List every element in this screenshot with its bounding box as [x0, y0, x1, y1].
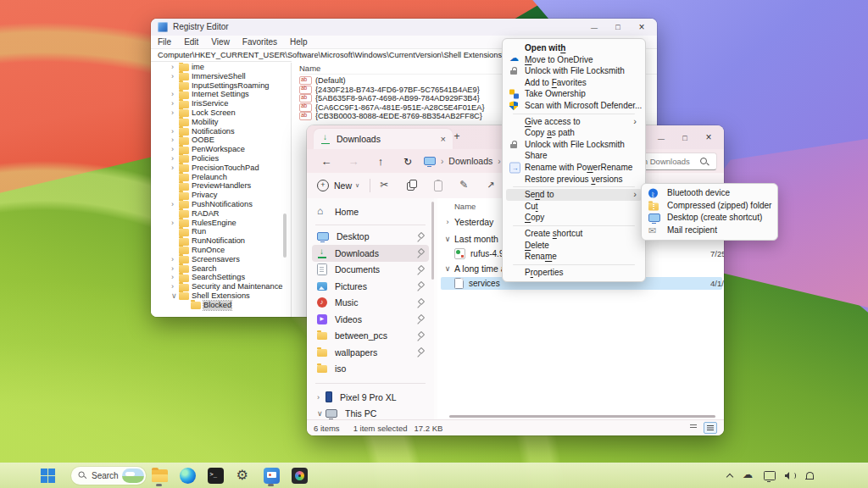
toolbar-icon[interactable] [484, 179, 498, 192]
registry-key-row[interactable]: › Internet Settings [151, 90, 291, 99]
expand-arrow-icon[interactable]: › [171, 164, 179, 173]
toolbar-icon[interactable] [405, 179, 419, 192]
maximize-button[interactable] [673, 125, 697, 150]
registry-key-row[interactable]: Blocked [151, 301, 291, 310]
expand-arrow-icon[interactable]: › [171, 63, 179, 72]
menubar-item[interactable]: File [158, 37, 171, 47]
send-to-item[interactable]: Bluetooth device [642, 187, 777, 200]
registry-key-row[interactable]: › ImmersiveShell [151, 72, 291, 81]
sidebar-item[interactable]: iso [312, 361, 429, 378]
context-menu-item[interactable]: Open with [506, 42, 642, 54]
weather-widget-icon[interactable] [122, 469, 144, 483]
registry-key-row[interactable]: ∨ Shell Extensions [151, 291, 291, 301]
nav-icon[interactable] [344, 153, 363, 169]
registry-key-row[interactable]: › PushNotifications [151, 200, 291, 209]
context-menu-item[interactable] [513, 225, 635, 226]
registry-key-row[interactable]: PreviewHandlers [151, 181, 291, 191]
toolbar-icon[interactable] [379, 179, 392, 192]
registry-key-row[interactable]: › ime [151, 63, 291, 72]
menubar-item[interactable]: Edit [184, 37, 198, 47]
explorer-tab[interactable]: Downloads × [314, 129, 453, 149]
context-menu-item[interactable]: Properties [506, 267, 642, 279]
context-menu-item[interactable]: Send to [506, 189, 642, 201]
registry-key-row[interactable]: › Lock Screen [151, 108, 291, 118]
tray-icon[interactable] [726, 473, 733, 480]
taskbar-app-button[interactable] [233, 465, 253, 487]
send-to-item[interactable]: Compressed (zipped) folder [642, 200, 777, 213]
tray-icon[interactable] [764, 471, 776, 480]
expand-chevron-icon[interactable]: › [317, 393, 326, 402]
group-chevron-icon[interactable]: ∨ [442, 264, 453, 273]
expand-arrow-icon[interactable]: ∨ [171, 291, 179, 301]
registry-key-row[interactable]: RunOnce [151, 246, 291, 255]
taskbar-app-button[interactable] [205, 465, 225, 487]
registry-key-row[interactable]: › IrisService [151, 99, 291, 108]
expand-arrow-icon[interactable]: › [171, 127, 179, 136]
context-menu-item[interactable]: Delete [506, 240, 642, 252]
sidebar-device-item[interactable]: ∨ This PC [312, 406, 429, 421]
expand-chevron-icon[interactable]: ∨ [317, 409, 326, 418]
registry-titlebar[interactable]: Registry Editor [151, 19, 657, 36]
name-column-header[interactable]: Name [454, 202, 476, 211]
breadcrumb[interactable]: › Downloads › [424, 156, 506, 166]
tray-icon[interactable] [785, 472, 796, 480]
minimize-button[interactable] [582, 19, 606, 36]
sidebar-scrollbar[interactable] [431, 202, 434, 280]
registry-key-row[interactable]: RADAR [151, 209, 291, 219]
sidebar-item[interactable]: Desktop [312, 229, 429, 246]
expand-arrow-icon[interactable]: › [171, 255, 179, 264]
context-menu-item[interactable]: Give access to [506, 116, 642, 128]
context-menu-item[interactable] [513, 114, 635, 114]
group-chevron-icon[interactable]: ∨ [442, 235, 453, 243]
toolbar-icon[interactable] [458, 179, 471, 192]
context-menu-item[interactable]: Unlock with File Locksmith [506, 139, 642, 151]
details-view-button[interactable] [704, 422, 717, 434]
tab-close-icon[interactable]: × [441, 134, 446, 144]
send-to-item[interactable]: Desktop (create shortcut) [642, 212, 777, 225]
registry-key-row[interactable]: › Search [151, 264, 291, 274]
registry-key-row[interactable]: › SearchSettings [151, 273, 291, 282]
sidebar-item[interactable]: Videos [312, 311, 429, 328]
expand-arrow-icon[interactable]: › [171, 90, 179, 99]
context-menu-item[interactable]: Unlock with File Locksmith [506, 65, 642, 77]
sidebar-item[interactable]: Pictures [312, 278, 429, 295]
registry-key-row[interactable]: › PrecisionTouchPad [151, 164, 291, 173]
context-menu-item[interactable]: Scan with Microsoft Defender... [506, 100, 642, 112]
breadcrumb-label[interactable]: Downloads [448, 156, 492, 166]
nav-icon[interactable] [317, 153, 336, 169]
registry-key-row[interactable]: › Screensavers [151, 255, 291, 264]
context-menu-item[interactable] [513, 186, 635, 187]
start-button[interactable] [41, 469, 55, 483]
maximize-button[interactable] [606, 19, 630, 36]
close-button[interactable] [630, 19, 654, 36]
registry-key-row[interactable]: Mobility [151, 118, 291, 127]
expand-arrow-icon[interactable]: › [171, 219, 179, 228]
list-view-button[interactable] [687, 422, 699, 432]
nav-icon[interactable] [371, 153, 390, 169]
horizontal-scrollbar[interactable] [449, 415, 715, 418]
expand-arrow-icon[interactable]: › [171, 264, 179, 274]
new-tab-button[interactable]: + [449, 130, 465, 142]
new-button[interactable]: + New ∨ [317, 180, 359, 191]
taskbar-app-button[interactable] [177, 465, 198, 487]
sidebar-item[interactable]: Downloads [312, 245, 429, 262]
expand-arrow-icon[interactable]: › [171, 282, 179, 291]
registry-key-row[interactable]: RunNotification [151, 236, 291, 246]
close-button[interactable] [697, 125, 721, 150]
registry-key-row[interactable]: Privacy [151, 191, 291, 200]
taskbar-app-button[interactable] [261, 465, 281, 487]
sidebar-device-item[interactable]: › Pixel 9 Pro XL [312, 389, 429, 406]
tree-scrollbar[interactable] [283, 214, 287, 258]
menubar-item[interactable]: Favorites [242, 37, 277, 47]
minimize-button[interactable] [649, 125, 673, 150]
sidebar-item[interactable]: Home [312, 203, 429, 220]
registry-key-row[interactable]: › Notifications [151, 127, 291, 136]
registry-key-row[interactable]: InputSettingsRoaming [151, 81, 291, 91]
sidebar-item[interactable]: Documents [312, 262, 429, 279]
context-menu-item[interactable]: Share [506, 150, 642, 162]
nav-icon[interactable] [398, 153, 417, 169]
context-menu-item[interactable] [513, 264, 635, 265]
context-menu-item[interactable]: Create shortcut [506, 228, 642, 240]
expand-arrow-icon[interactable]: › [171, 136, 179, 145]
context-menu-item[interactable]: Move to OneDrive [506, 54, 642, 66]
